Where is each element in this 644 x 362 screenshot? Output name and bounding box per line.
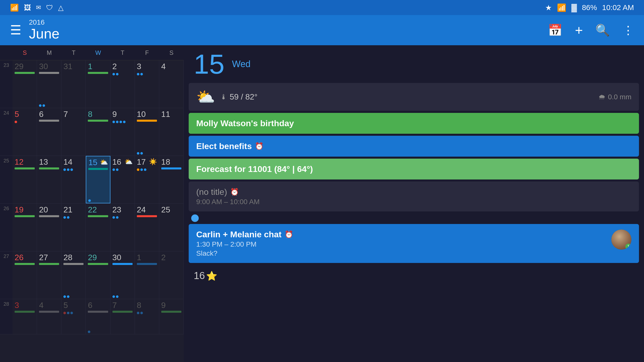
event-bar [39, 263, 59, 265]
cal-day-jun22[interactable]: 22 [86, 204, 110, 251]
cal-day-jun16[interactable]: 16 ⛅ [110, 156, 135, 203]
event-dots [137, 152, 157, 155]
precip-value: 0.0 mm [608, 93, 631, 101]
event-bars [88, 120, 108, 155]
cal-day-jun15-today[interactable]: 15 ⛅ [86, 156, 110, 203]
cal-day-jun18[interactable]: 18 [159, 156, 184, 203]
day-num: 11 [161, 110, 181, 118]
cal-day-may31[interactable]: 31 [61, 60, 86, 108]
event-title-forecast: Forecast for 11001 (84° | 64°) [196, 164, 631, 174]
event-dots [112, 121, 133, 123]
cal-day-jun23[interactable]: 23 [110, 204, 135, 251]
cal-day-jun3[interactable]: 3 [135, 60, 159, 108]
cal-day-jul1[interactable]: 1 [135, 251, 159, 299]
event-card-chat[interactable]: Carlin + Melanie chat ⏰ 1:30 PM – 2:00 P… [189, 224, 639, 263]
cal-day-jun27[interactable]: 27 [37, 251, 61, 299]
event-dot [70, 312, 73, 314]
cal-day-jul7[interactable]: 7 [110, 299, 135, 334]
event-bar [137, 263, 157, 265]
add-event-button[interactable]: + [575, 22, 583, 38]
cal-day-jul4[interactable]: 4 [37, 299, 61, 334]
event-bar [15, 167, 35, 169]
menu-button[interactable]: ☰ [10, 23, 21, 37]
event-bars [88, 72, 108, 107]
event-dot [63, 295, 66, 298]
event-dots [88, 199, 108, 202]
status-right: ★ 📶 ▓ 86% 10:02 AM [545, 3, 634, 12]
event-card-birthday[interactable]: Molly Watson's birthday [189, 113, 639, 134]
week-num-23: 23 [0, 60, 13, 108]
search-button[interactable]: 🔍 [595, 23, 610, 37]
cal-day-jun28[interactable]: 28 [61, 251, 86, 299]
calendar-week-24: 24 5 6 7 8 [0, 108, 184, 156]
event-bar [15, 215, 35, 217]
calendar-week-27: 27 26 27 28 [0, 251, 184, 299]
day-num: 25 [161, 206, 181, 214]
cal-day-jun17[interactable]: 17 ☀️ [135, 156, 159, 203]
year-label: 2016 [29, 19, 548, 26]
cal-day-jul8[interactable]: 8 [135, 299, 159, 334]
cal-day-jun25[interactable]: 25 [159, 204, 184, 251]
event-bars [88, 311, 108, 330]
day-num: 5 [15, 110, 35, 118]
event-title-benefits: Elect benefits ⏰ [196, 141, 631, 151]
event-bars [112, 311, 133, 333]
day-headers: S M T W T F S [0, 45, 184, 60]
cal-day-jul5[interactable]: 5 [61, 299, 86, 334]
event-bar [39, 167, 59, 169]
event-card-benefits[interactable]: Elect benefits ⏰ [189, 136, 639, 157]
day-num: 18 [161, 158, 181, 166]
cal-day-jun10[interactable]: 10 [135, 108, 159, 156]
cal-day-jun12[interactable]: 12 [13, 156, 37, 203]
cal-day-jun11[interactable]: 11 [159, 108, 184, 156]
toolbar-actions: 📅 + 🔍 ⋮ [548, 22, 634, 38]
cal-day-jul3[interactable]: 3 [13, 299, 37, 334]
day-num: 19 [15, 206, 35, 214]
event-dot [144, 168, 146, 171]
cal-day-may30[interactable]: 30 [37, 60, 61, 108]
weather-icon-16: ⛅ [125, 158, 133, 166]
cal-day-jun13[interactable]: 13 [37, 156, 61, 203]
calendar-view-button[interactable]: 📅 [548, 23, 562, 37]
cal-day-jul6[interactable]: 6 [86, 299, 110, 334]
event-bar [63, 263, 84, 265]
more-options-button[interactable]: ⋮ [622, 23, 634, 37]
event-dot [137, 152, 139, 155]
event-bars [15, 311, 35, 333]
cal-day-jun24[interactable]: 24 [135, 204, 159, 251]
event-card-no-title[interactable]: (no title) ⏰ 9:00 AM – 10:00 AM [189, 182, 639, 211]
cal-day-jul9[interactable]: 9 [159, 299, 184, 334]
cal-day-may29[interactable]: 29 [13, 60, 37, 108]
cal-day-jun20[interactable]: 20 [37, 204, 61, 251]
event-dot [63, 312, 66, 314]
cal-day-jun7[interactable]: 7 [61, 108, 86, 156]
cal-day-jun6[interactable]: 6 [37, 108, 61, 156]
cal-day-jun21[interactable]: 21 [61, 204, 86, 251]
cal-day-jun14[interactable]: 14 [61, 156, 86, 203]
event-dot [67, 312, 69, 314]
event-card-forecast[interactable]: Forecast for 11001 (84° | 64°) [189, 159, 639, 179]
event-bars [15, 72, 35, 107]
bluetooth-icon: ★ [545, 3, 552, 12]
cal-day-jun5[interactable]: 5 [13, 108, 37, 156]
event-bar [112, 263, 133, 265]
cal-day-jun19[interactable]: 19 [13, 204, 37, 251]
cal-day-jun26[interactable]: 26 [13, 251, 37, 299]
event-dot [137, 168, 139, 171]
weather-card: ⛅ 🌡 59 / 82° 🌧 0.0 mm [189, 83, 639, 111]
event-dot [88, 199, 91, 202]
event-bar [88, 263, 108, 265]
weather-icon: ⛅ [196, 88, 215, 106]
cal-day-jun30[interactable]: 30 [110, 251, 135, 299]
cal-day-jun9[interactable]: 9 [110, 108, 135, 156]
event-bar [161, 311, 181, 313]
cal-day-jul2[interactable]: 2 [159, 251, 184, 299]
cal-day-jun2[interactable]: 2 [110, 60, 135, 108]
cal-day-jun8[interactable]: 8 [86, 108, 110, 156]
event-bar [88, 72, 108, 74]
event-dot [140, 152, 143, 155]
cal-day-jun29[interactable]: 29 [86, 251, 110, 299]
cal-day-jun4[interactable]: 4 [159, 60, 184, 108]
cal-day-jun1[interactable]: 1 [86, 60, 110, 108]
day-header-sat: S [159, 45, 184, 60]
